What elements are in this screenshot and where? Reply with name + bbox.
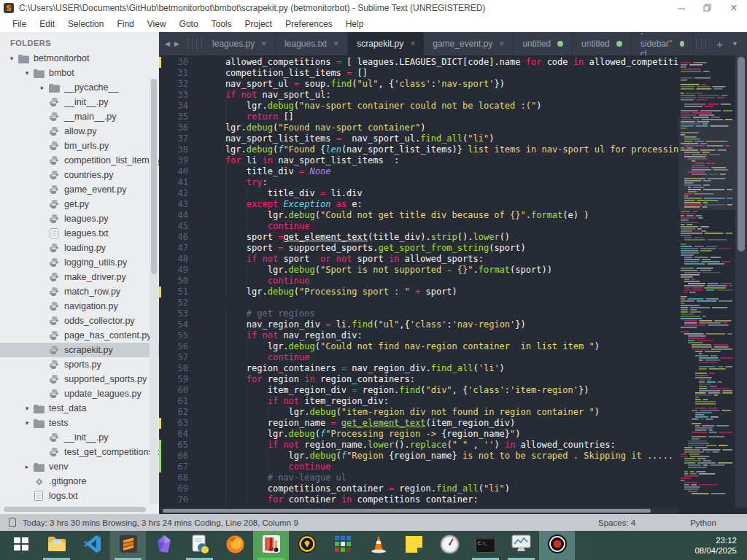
tab-overflow-icon[interactable]: ▼ xyxy=(732,40,738,47)
taskbar-icon-vscode[interactable] xyxy=(74,531,110,560)
menu-preferences[interactable]: Preferences xyxy=(279,19,339,29)
sidebar-item-competition_list_item.py[interactable]: competition_list_item.py xyxy=(0,153,159,168)
taskbar-icon-python-doc[interactable] xyxy=(182,531,217,560)
sidebar-item-loading.py[interactable]: loading.py xyxy=(0,241,159,255)
tab-untitled[interactable]: untitled xyxy=(514,32,573,55)
code-editor[interactable]: 30 allowed_competitions = [ leagues.LEAG… xyxy=(159,55,747,514)
sidebar-item-betmonitorbot[interactable]: ▾betmonitorbot xyxy=(0,51,159,66)
sidebar-item-get.py[interactable]: get.py xyxy=(0,197,159,211)
scrollbar-thumb[interactable] xyxy=(738,57,745,252)
taskbar-icon-terminal[interactable]: C:\_ xyxy=(468,531,503,560)
sidebar-item-logs.txt[interactable]: logs.txt xyxy=(0,489,159,503)
taskbar-icon-color-grid[interactable] xyxy=(325,531,360,560)
new-tab-button[interactable]: + xyxy=(716,38,723,50)
sidebar-item-sports.py[interactable]: sports.py xyxy=(0,357,159,372)
tab-scroll-right-button[interactable]: ▶ xyxy=(174,40,179,47)
taskbar-icon-obsidian[interactable] xyxy=(146,531,182,560)
sidebar-item-leagues.txt[interactable]: leagues.txt xyxy=(0,226,159,241)
tab-close-icon[interactable]: × xyxy=(261,39,266,49)
tab-close-icon[interactable]: × xyxy=(333,39,338,49)
code-area[interactable]: 30 allowed_competitions = [ leagues.LEAG… xyxy=(159,55,678,508)
folder-collapsed-icon[interactable]: ▸ xyxy=(38,84,47,91)
sidebar-item-__main__.py[interactable]: __main__.py xyxy=(0,109,159,124)
tab-scrapekit.py[interactable]: scrapekit.py× xyxy=(348,32,424,55)
menu-help[interactable]: Help xyxy=(339,19,371,29)
sidebar-item-supported_sports.py[interactable]: supported_sports.py xyxy=(0,372,159,386)
tab--sidebar--cl[interactable]: -sidebar" cl xyxy=(632,32,694,55)
tab-leagues.py[interactable]: leagues.py× xyxy=(204,32,276,55)
taskbar-icon-adguard[interactable] xyxy=(289,531,325,560)
minimap[interactable] xyxy=(678,55,735,508)
menu-project[interactable]: Project xyxy=(239,19,279,29)
sidebar-item-__init__.py[interactable]: __init__.py xyxy=(0,430,159,445)
token: list items in nav-sport ul for processin xyxy=(462,144,678,155)
token: not xyxy=(336,254,352,264)
sidebar-item-countries.py[interactable]: countries.py xyxy=(0,168,159,182)
token: debug xyxy=(289,265,315,275)
minimize-button[interactable] xyxy=(668,0,694,16)
token: competition_list_items xyxy=(204,68,347,78)
taskbar-icon-screen-recorder[interactable] xyxy=(539,531,575,560)
taskbar-icon-clock-gauge[interactable] xyxy=(432,531,468,560)
sidebar-item-match_row.py[interactable]: match_row.py xyxy=(0,284,159,299)
code-text: except Exception as e: xyxy=(204,199,678,210)
sidebar-item-game_event.py[interactable]: game_event.py xyxy=(0,182,159,197)
sidebar-item-__init__.py[interactable]: __init__.py xyxy=(0,95,159,109)
tab-leagues.txt[interactable]: leagues.txt× xyxy=(276,32,348,55)
taskbar-icon-sticky-notes[interactable] xyxy=(396,531,432,560)
tab-game_event.py[interactable]: game_event.py× xyxy=(424,32,514,55)
sidebar-item-page_has_content.py[interactable]: page_has_content.py xyxy=(0,328,159,343)
menu-view[interactable]: View xyxy=(141,19,173,29)
sidebar-item-__pycache__[interactable]: ▸__pycache__ xyxy=(0,80,159,95)
close-button[interactable]: × xyxy=(721,0,747,16)
sidebar-item-make_driver.py[interactable]: make_driver.py xyxy=(0,270,159,284)
sidebar-item-venv[interactable]: ▸venv xyxy=(0,459,159,474)
folder-expanded-icon[interactable]: ▾ xyxy=(7,55,16,62)
folder-collapsed-icon[interactable]: ▸ xyxy=(23,463,31,470)
scrollbar-thumb[interactable] xyxy=(163,509,651,513)
folder-expanded-icon[interactable]: ▾ xyxy=(23,405,31,412)
sidebar-item-bm_urls.py[interactable]: bm_urls.py xyxy=(0,139,159,153)
taskbar-icon-system-monitor[interactable] xyxy=(503,531,539,560)
sidebar-item-navigation.py[interactable]: navigation.py xyxy=(0,299,159,314)
sidebar-item-scrapekit.py[interactable]: scrapekit.py xyxy=(0,343,159,357)
sidebar-item-leagues.py[interactable]: leagues.py xyxy=(0,211,159,226)
sidebar-item-test_get_competitions.py[interactable]: test_get_competitions.py xyxy=(0,445,159,459)
taskbar-icon-vlc[interactable] xyxy=(360,531,396,560)
menu-selection[interactable]: Selection xyxy=(61,19,110,29)
sidebar-vertical-scrollbar[interactable] xyxy=(150,79,158,504)
taskbar-icon-firefox[interactable] xyxy=(217,531,253,560)
menu-find[interactable]: Find xyxy=(110,19,140,29)
taskbar-icon-temperature-monitor[interactable] xyxy=(253,531,289,560)
sidebar-item-bmbot[interactable]: ▾bmbot xyxy=(0,66,159,80)
editor-vertical-scrollbar[interactable] xyxy=(735,55,747,508)
sidebar-item-odds_collector.py[interactable]: odds_collector.py xyxy=(0,314,159,328)
indentation-status[interactable]: Spaces: 4 xyxy=(598,518,635,527)
tab-untitled[interactable]: untitled xyxy=(573,32,632,55)
editor-horizontal-scrollbar[interactable] xyxy=(159,508,678,514)
folder-expanded-icon[interactable]: ▾ xyxy=(23,419,31,427)
menu-tools[interactable]: Tools xyxy=(205,19,239,29)
sidebar-item-tests[interactable]: ▾tests xyxy=(0,416,159,430)
restore-button[interactable] xyxy=(694,0,721,16)
tab-close-icon[interactable]: × xyxy=(499,39,504,49)
menu-edit[interactable]: Edit xyxy=(33,19,61,29)
taskbar-clock[interactable]: 23:12 08/04/2025 xyxy=(694,531,747,560)
sidebar-item-test_data[interactable]: ▾test_data xyxy=(0,401,159,416)
taskbar-icon-start[interactable] xyxy=(3,531,39,560)
sidebar-item-update_leagues.py[interactable]: update_leagues.py xyxy=(0,386,159,401)
sidebar-item-.gitignore[interactable]: .gitignore xyxy=(0,474,159,489)
tab-scroll-left-button[interactable]: ◀ xyxy=(165,40,170,47)
sidebar-item-allow.py[interactable]: allow.py xyxy=(0,124,159,139)
menu-file[interactable]: File xyxy=(6,19,33,29)
sidebar-horizontal-scrollbar[interactable] xyxy=(4,507,146,512)
taskbar-icon-sublime-text[interactable] xyxy=(110,531,146,560)
token: nav_region_div xyxy=(204,319,325,330)
sidebar-item-logging_utils.py[interactable]: logging_utils.py xyxy=(0,255,159,270)
menu-goto[interactable]: Goto xyxy=(173,19,205,29)
taskbar-icon-file-explorer[interactable] xyxy=(39,531,74,560)
folder-expanded-icon[interactable]: ▾ xyxy=(23,69,31,77)
vintage-mode-icon[interactable] xyxy=(9,518,16,527)
tab-close-icon[interactable]: × xyxy=(410,39,415,49)
syntax-status[interactable]: Python xyxy=(690,518,716,527)
